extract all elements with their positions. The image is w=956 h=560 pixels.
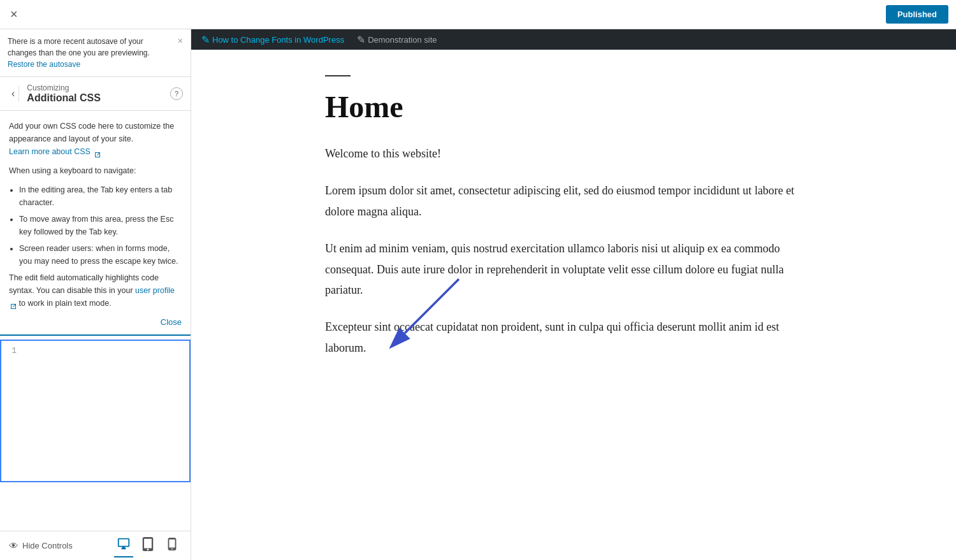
help-button[interactable]: ? bbox=[170, 87, 183, 100]
page-heading: Home bbox=[325, 89, 822, 124]
keyboard-list: In the editing area, the Tab key enters … bbox=[19, 183, 182, 268]
preview-wrapper: ✎ How to Change Fonts in WordPress ✎ Dem… bbox=[191, 29, 956, 560]
keyboard-item-3: Screen reader users: when in forms mode,… bbox=[19, 242, 182, 268]
external-profile-icon bbox=[10, 301, 17, 307]
close-link-container: Close bbox=[9, 316, 182, 329]
external-link-icon bbox=[94, 149, 101, 155]
paragraph-1: Lorem ipsum dolor sit amet, consectetur … bbox=[325, 180, 822, 222]
nav-subtitle: Customizing bbox=[27, 83, 165, 92]
nav-title-block: Customizing Additional CSS bbox=[27, 83, 165, 104]
learn-more-link[interactable]: Learn more about CSS bbox=[9, 147, 101, 156]
tablet-icon bbox=[141, 541, 155, 554]
left-panel: There is a more recent autosave of your … bbox=[0, 29, 191, 560]
published-button[interactable]: Published bbox=[886, 5, 948, 24]
autosave-message: There is a more recent autosave of your … bbox=[8, 36, 173, 70]
admin-bar: ✎ How to Change Fonts in WordPress ✎ Dem… bbox=[191, 29, 956, 50]
page-divider bbox=[325, 75, 351, 76]
hide-controls-button[interactable]: 👁 Hide Controls bbox=[9, 540, 73, 551]
nav-title: Additional CSS bbox=[27, 92, 165, 104]
editor-wrapper: 1 bbox=[0, 340, 191, 482]
top-bar: × Published bbox=[0, 0, 956, 29]
demo-edit-icon: ✎ bbox=[357, 34, 365, 46]
bottom-bar: 👁 Hide Controls bbox=[0, 531, 191, 560]
mobile-icon bbox=[165, 541, 179, 554]
eye-icon: 👁 bbox=[9, 540, 18, 551]
preview-content: Home Welcome to this website! Lorem ipsu… bbox=[300, 50, 848, 413]
restore-autosave-link[interactable]: Restore the autosave bbox=[8, 60, 80, 69]
css-editor-container: 1 bbox=[0, 334, 191, 531]
demo-link[interactable]: ✎ Demonstration site bbox=[357, 34, 437, 46]
paragraph-3: Excepteur sint occaecat cupidatat non pr… bbox=[325, 317, 822, 358]
edit-field-note: The edit field automatically highlights … bbox=[9, 271, 182, 310]
panel-description: Add your own CSS code here to customize … bbox=[9, 120, 182, 158]
site-edit-icon: ✎ bbox=[201, 34, 210, 46]
panel-content: Add your own CSS code here to customize … bbox=[0, 111, 191, 334]
keyboard-item-2: To move away from this area, press the E… bbox=[19, 213, 182, 238]
autosave-close-button[interactable]: × bbox=[178, 36, 183, 46]
device-icons bbox=[114, 534, 182, 557]
css-textarea[interactable] bbox=[1, 341, 189, 481]
preview-area: Home Welcome to this website! Lorem ipsu… bbox=[191, 50, 956, 560]
autosave-notice: There is a more recent autosave of your … bbox=[0, 29, 191, 77]
nav-header: ‹ Customizing Additional CSS ? bbox=[0, 77, 191, 111]
device-tablet-button[interactable] bbox=[138, 534, 157, 557]
close-button[interactable]: × bbox=[8, 4, 20, 24]
close-link[interactable]: Close bbox=[161, 316, 182, 329]
keyboard-heading: When using a keyboard to navigate: bbox=[9, 164, 182, 177]
main-layout: There is a more recent autosave of your … bbox=[0, 29, 956, 560]
back-button[interactable]: ‹ bbox=[8, 85, 19, 102]
welcome-text: Welcome to this website! bbox=[325, 143, 822, 164]
keyboard-item-1: In the editing area, the Tab key enters … bbox=[19, 183, 182, 209]
device-mobile-button[interactable] bbox=[163, 534, 182, 557]
device-desktop-button[interactable] bbox=[114, 534, 133, 557]
site-link[interactable]: ✎ How to Change Fonts in WordPress bbox=[201, 34, 344, 46]
user-profile-link[interactable]: user profile bbox=[135, 286, 175, 295]
paragraph-2: Ut enim ad minim veniam, quis nostrud ex… bbox=[325, 238, 822, 300]
desktop-icon bbox=[117, 540, 131, 553]
